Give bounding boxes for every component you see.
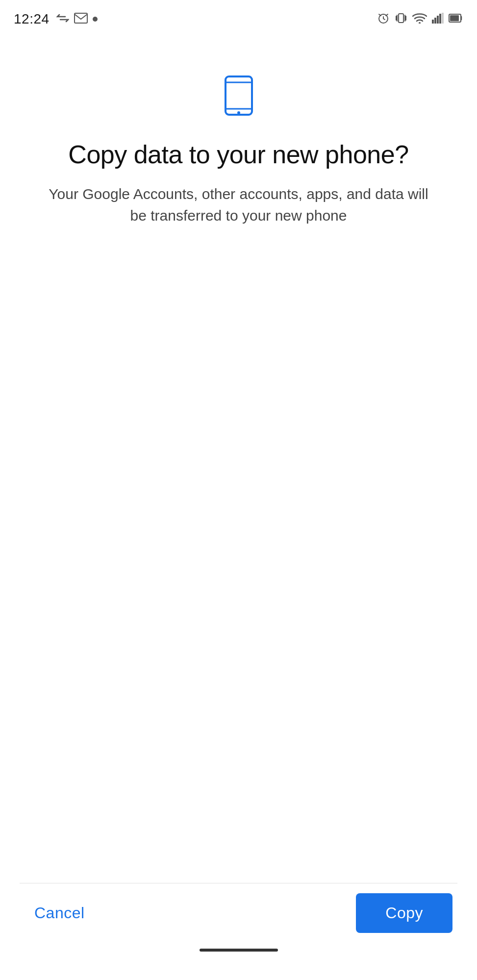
svg-rect-4 <box>432 20 434 24</box>
vibrate-icon <box>395 12 407 26</box>
status-bar-right <box>377 12 463 26</box>
status-bar-left: 12:24 <box>14 11 98 27</box>
svg-rect-6 <box>437 16 439 24</box>
svg-rect-5 <box>434 18 436 24</box>
gmail-icon <box>74 13 88 25</box>
signal-icon <box>432 13 444 25</box>
home-bar <box>200 949 278 952</box>
svg-point-14 <box>237 111 240 114</box>
home-indicator <box>20 943 457 955</box>
button-row: Cancel Copy <box>20 883 457 943</box>
svg-rect-0 <box>75 13 87 23</box>
alarm-icon <box>377 12 390 26</box>
battery-icon <box>449 13 463 25</box>
status-bar: 12:24 <box>0 0 477 34</box>
page-subtitle: Your Google Accounts, other accounts, ap… <box>48 183 430 226</box>
phone-icon-wrapper <box>217 74 261 120</box>
cancel-button[interactable]: Cancel <box>25 895 95 931</box>
main-content: Copy data to your new phone? Your Google… <box>0 34 477 883</box>
svg-rect-7 <box>439 14 441 24</box>
dot-icon <box>93 17 98 22</box>
svg-rect-10 <box>450 15 459 21</box>
page-title: Copy data to your new phone? <box>68 139 408 170</box>
svg-rect-2 <box>399 14 403 23</box>
status-time: 12:24 <box>14 11 50 27</box>
bottom-area: Cancel Copy <box>0 883 477 980</box>
svg-rect-8 <box>442 13 444 24</box>
wifi-icon <box>412 13 427 25</box>
svg-point-3 <box>419 22 421 24</box>
copy-button[interactable]: Copy <box>356 893 452 933</box>
arrow-transfer-icon <box>56 13 69 25</box>
status-icons-left <box>56 13 98 25</box>
phone-icon <box>217 111 261 119</box>
